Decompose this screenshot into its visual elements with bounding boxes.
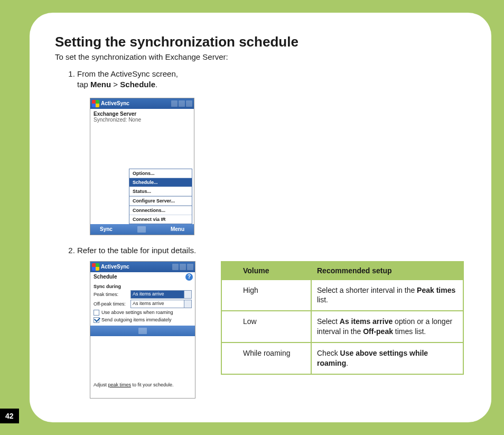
sync-during-label: Sync during — [94, 284, 192, 289]
step-1-schedule: Schedule — [120, 80, 155, 89]
send-outgoing-label: Send outgoing items immediately — [101, 317, 172, 322]
window-titlebar: ActiveSync — [90, 262, 195, 272]
cell-setup-low: Select As items arrive option or a longe… — [311, 311, 463, 343]
peak-times-select[interactable]: As items arrive — [130, 290, 192, 299]
cell-volume-roaming: While roaming — [221, 343, 311, 374]
offpeak-times-select[interactable]: As items arrive — [130, 300, 192, 308]
step-1: From the ActiveSync screen, tap Menu > S… — [77, 69, 466, 235]
close-icon[interactable] — [186, 100, 192, 107]
menu-item-connections[interactable]: Connections... — [129, 206, 192, 215]
cell-volume-low: Low — [221, 311, 311, 343]
cell-volume-high: High — [221, 280, 311, 311]
start-flag-icon[interactable] — [92, 100, 99, 107]
schedule-subheader: Schedule — [90, 272, 195, 280]
sync-status-label: Synchronized: None — [94, 117, 191, 123]
step-2-text: Refer to the table for input details. — [77, 246, 196, 255]
bold-peak-times: Peak times — [417, 286, 455, 294]
step-1-period: . — [155, 80, 157, 89]
ok-icon[interactable] — [187, 264, 193, 270]
step-1-menu: Menu — [90, 80, 111, 89]
step-2: Refer to the table for input details. Ac… — [77, 246, 466, 399]
text: Check — [317, 349, 340, 357]
start-flag-icon[interactable] — [92, 263, 99, 271]
menu-item-status[interactable]: Status... — [129, 187, 192, 196]
step-1-gt: > — [111, 80, 120, 89]
signal-icon[interactable] — [171, 100, 178, 107]
menu-item-schedule[interactable]: Schedule... — [129, 178, 192, 187]
table-header-volume: Volume — [221, 262, 311, 280]
help-icon[interactable]: ? — [185, 273, 193, 281]
recommendation-table: Volume Recommended setup High Select a s… — [221, 261, 464, 375]
footnote-suffix: to fit your schedule. — [131, 382, 174, 387]
window-title: ActiveSync — [101, 100, 170, 106]
peak-times-link[interactable]: peak times — [108, 382, 132, 387]
window-titlebar: ActiveSync — [90, 98, 194, 109]
tray-icons — [171, 100, 192, 107]
soft-key-bar: Sync Menu — [90, 224, 194, 235]
bold-as-items-arrive: As items arrive — [340, 317, 393, 326]
footnote-prefix: Adjust — [94, 382, 108, 387]
bold-off-peak: Off-peak — [363, 327, 393, 336]
step-list: From the ActiveSync screen, tap Menu > S… — [68, 69, 466, 399]
keyboard-icon[interactable] — [137, 226, 146, 233]
exchange-server-label: Exchange Server — [94, 111, 191, 117]
text: Select — [317, 317, 340, 326]
menu-item-connect-ir[interactable]: Connect via IR — [129, 215, 192, 224]
screenshot-schedule-form: ActiveSync Schedule ? Sync during — [90, 261, 195, 399]
page-number-badge: 42 — [0, 409, 19, 423]
soft-key-bar — [90, 326, 195, 336]
text: list. — [317, 295, 328, 304]
window-title: ActiveSync — [101, 264, 171, 270]
send-outgoing-checkbox[interactable] — [94, 317, 99, 323]
cell-setup-high: Select a shorter interval in the Peak ti… — [311, 280, 463, 311]
text: times list. — [393, 327, 426, 336]
page-title: Setting the synchronization schedule — [55, 34, 466, 50]
intro-text: To set the synchronization with Exchange… — [55, 52, 466, 61]
volume-icon[interactable] — [180, 264, 186, 270]
table-row: High Select a shorter interval in the Pe… — [221, 280, 463, 311]
schedule-footnote: Adjust peak times to fit your schedule. — [94, 382, 192, 387]
menu-item-configure-server[interactable]: Configure Server... — [129, 197, 192, 206]
content-card: Setting the synchronization schedule To … — [30, 13, 491, 422]
softkey-menu[interactable]: Menu — [171, 226, 184, 232]
table-row: Low Select As items arrive option or a l… — [221, 311, 463, 343]
roaming-checkbox[interactable] — [94, 310, 99, 316]
tray-icons — [172, 264, 193, 270]
peak-times-label: Peak times: — [94, 292, 128, 297]
step-1-line2a: tap — [77, 80, 90, 89]
text: . — [346, 359, 348, 367]
signal-icon[interactable] — [172, 264, 179, 270]
context-menu: Options... Schedule... Status... Configu… — [129, 169, 192, 224]
cell-setup-roaming: Check Use above settings while roaming. — [311, 343, 463, 374]
table-row: While roaming Check Use above settings w… — [221, 343, 463, 374]
softkey-sync[interactable]: Sync — [100, 226, 113, 232]
menu-item-options[interactable]: Options... — [129, 169, 192, 178]
step-1-line1: From the ActiveSync screen, — [77, 69, 178, 78]
roaming-checkbox-label: Use above settings when roaming — [101, 310, 173, 315]
page-background: Setting the synchronization schedule To … — [0, 0, 504, 435]
text: Select a shorter interval in the — [317, 286, 417, 294]
keyboard-icon[interactable] — [138, 328, 147, 334]
offpeak-times-label: Off-peak times: — [94, 301, 128, 307]
table-header-setup: Recommended setup — [311, 262, 463, 280]
screenshot-activesync-menu: ActiveSync Exchange Server Synchronized:… — [90, 98, 194, 235]
volume-icon[interactable] — [179, 100, 185, 107]
